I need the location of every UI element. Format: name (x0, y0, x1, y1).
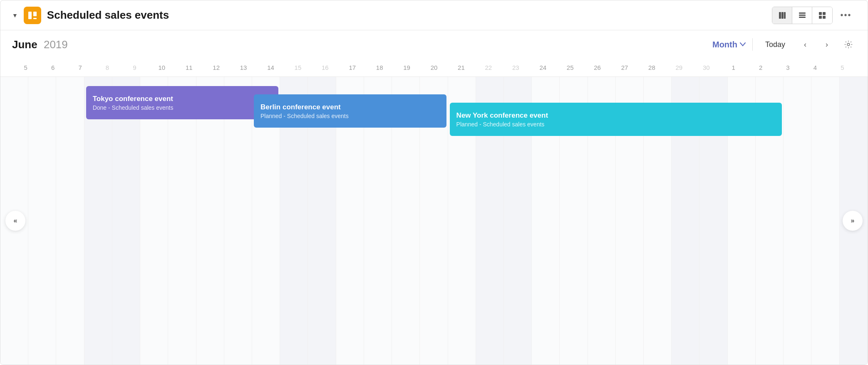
scroll-right-btn[interactable]: » (843, 211, 863, 231)
date-cell: 13 (230, 64, 257, 71)
date-cell: 20 (420, 64, 447, 71)
date-cell: 6 (39, 64, 66, 71)
list-view-btn[interactable] (792, 7, 812, 24)
svg-rect-3 (779, 12, 781, 19)
date-cell: 7 (67, 64, 94, 71)
header-left: ▼ Scheduled sales events (12, 7, 772, 24)
svg-rect-12 (823, 16, 826, 19)
settings-btn[interactable] (841, 37, 856, 52)
event-title-tokyo: Tokyo conference event (93, 95, 272, 103)
event-subtitle-newyork: Planned - Scheduled sales events (456, 121, 776, 128)
divider (752, 38, 753, 51)
date-cell: 8 (94, 64, 121, 71)
date-cell: 10 (148, 64, 175, 71)
date-cell: 4 (801, 64, 828, 71)
event-subtitle-berlin: Planned - Scheduled sales events (260, 113, 440, 119)
svg-rect-5 (784, 12, 786, 19)
chevron-left-icon: ‹ (804, 40, 806, 49)
chevron-right-icon: › (826, 40, 828, 49)
svg-rect-1 (33, 12, 37, 16)
date-cell: 2 (747, 64, 774, 71)
date-cell: 26 (584, 64, 611, 71)
grid-icon (818, 12, 826, 19)
date-cell: 9 (121, 64, 148, 71)
scroll-left-btn[interactable]: « (5, 211, 25, 231)
date-cell: 16 (312, 64, 339, 71)
event-title-newyork: New York conference event (456, 111, 776, 120)
sub-header-controls: Month Today ‹ › (712, 37, 856, 52)
date-cell: 30 (693, 64, 720, 71)
date-cell: 29 (665, 64, 692, 71)
current-month: June (12, 38, 37, 51)
date-cell: 21 (448, 64, 475, 71)
date-row: 5678910111213141516171819202122232425262… (0, 59, 868, 77)
date-cell: 11 (176, 64, 203, 71)
view-btn-group (772, 7, 833, 24)
date-cell: 19 (393, 64, 420, 71)
current-year: 2019 (44, 38, 68, 51)
header: ▼ Scheduled sales events (0, 0, 868, 30)
date-cell: 14 (257, 64, 284, 71)
date-cell: 22 (475, 64, 502, 71)
grid-view-btn[interactable] (812, 7, 832, 24)
date-cell: 5 (829, 64, 856, 71)
list-icon (799, 12, 806, 19)
date-cell: 27 (611, 64, 638, 71)
svg-rect-10 (823, 12, 826, 15)
logo-icon (27, 10, 37, 20)
event-bar-berlin[interactable]: Berlin conference eventPlanned - Schedul… (254, 94, 446, 128)
today-btn[interactable]: Today (759, 38, 791, 52)
date-cell: 24 (529, 64, 556, 71)
date-cell: 5 (12, 64, 39, 71)
event-bar-newyork[interactable]: New York conference eventPlanned - Sched… (450, 103, 782, 136)
next-nav-btn[interactable]: › (819, 37, 834, 52)
event-bars: Tokyo conference eventDone - Scheduled s… (0, 77, 868, 365)
event-bar-tokyo[interactable]: Tokyo conference eventDone - Scheduled s… (86, 86, 279, 119)
svg-rect-7 (799, 15, 806, 16)
date-cell: 25 (556, 64, 583, 71)
header-right: ••• (772, 7, 856, 24)
svg-rect-11 (819, 16, 822, 19)
sub-header: June 2019 Month Today ‹ › (0, 30, 868, 59)
event-subtitle-tokyo: Done - Scheduled sales events (93, 104, 272, 111)
view-mode-label: Month (712, 40, 737, 49)
calendar-body: 5678910111213141516171819202122232425262… (0, 59, 868, 365)
date-cell: 23 (502, 64, 529, 71)
svg-rect-0 (28, 12, 32, 19)
month-year-display: June 2019 (12, 38, 712, 51)
svg-rect-8 (799, 17, 806, 18)
date-cell: 17 (339, 64, 366, 71)
date-cell: 18 (366, 64, 393, 71)
prev-nav-btn[interactable]: ‹ (798, 37, 813, 52)
svg-rect-4 (781, 12, 784, 19)
date-cell: 28 (638, 64, 665, 71)
svg-rect-2 (33, 18, 37, 19)
date-cell: 12 (203, 64, 230, 71)
more-options-btn[interactable]: ••• (836, 7, 856, 24)
app-container: ▼ Scheduled sales events (0, 0, 868, 365)
page-title: Scheduled sales events (47, 9, 169, 22)
dropdown-arrow-icon[interactable]: ▼ (12, 12, 18, 19)
svg-point-13 (847, 43, 850, 46)
chevron-down-icon (740, 42, 746, 47)
app-logo (24, 7, 41, 24)
date-cell: 1 (720, 64, 747, 71)
date-cell: 15 (284, 64, 311, 71)
events-area: « » Tokyo conference eventDone - Schedul… (0, 77, 868, 365)
kanban-view-btn[interactable] (772, 7, 792, 24)
kanban-icon (779, 12, 786, 19)
svg-rect-9 (819, 12, 822, 15)
svg-rect-6 (799, 12, 806, 14)
event-title-berlin: Berlin conference event (260, 103, 440, 111)
view-mode-selector[interactable]: Month (712, 40, 746, 49)
date-cell: 3 (774, 64, 801, 71)
settings-icon (844, 40, 853, 49)
